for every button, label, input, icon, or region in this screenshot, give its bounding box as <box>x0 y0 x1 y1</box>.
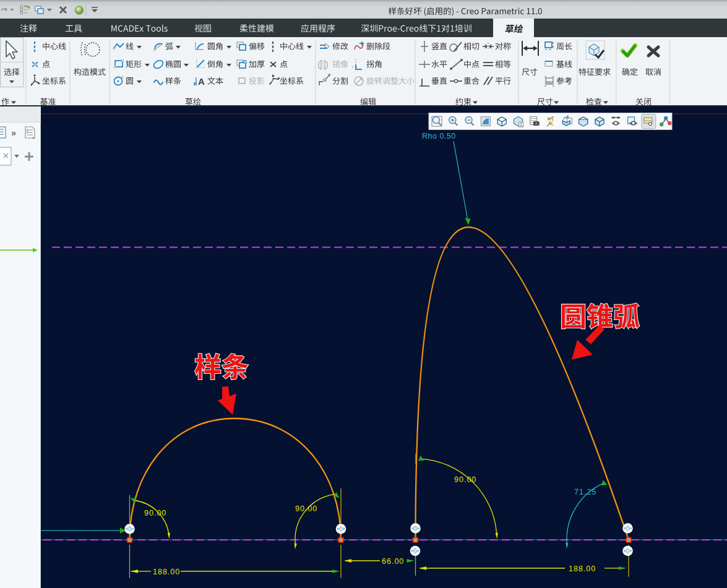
svg-text:90.00: 90.00 <box>295 504 317 513</box>
svg-text:Rho 0.50: Rho 0.50 <box>422 132 456 141</box>
svg-text:90.00: 90.00 <box>144 509 166 517</box>
svg-text:REF: REF <box>546 80 554 84</box>
svg-text:66.00: 66.00 <box>382 557 404 566</box>
svg-text:A: A <box>198 76 205 87</box>
svg-text:71.25: 71.25 <box>574 488 596 496</box>
svg-text:90.00: 90.00 <box>454 475 476 484</box>
svg-text:188.00: 188.00 <box>569 564 596 573</box>
svg-text:188.00: 188.00 <box>153 568 180 576</box>
